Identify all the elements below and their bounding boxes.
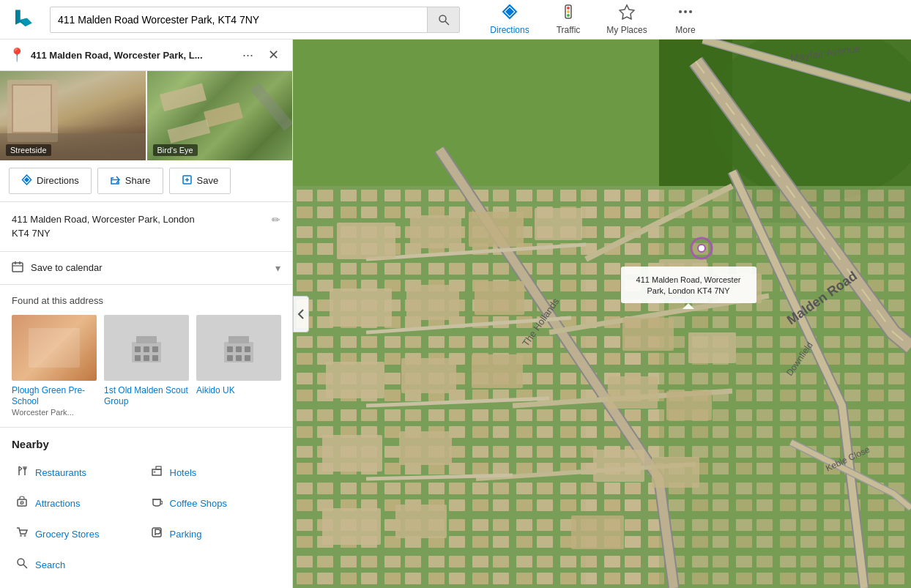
found-title: Found at this address [12, 295, 280, 306]
birds-eye-photo[interactable]: Bird's Eye [146, 71, 293, 160]
collapse-sidebar-button[interactable] [293, 296, 309, 332]
directions-button[interactable]: Directions [9, 168, 92, 194]
grocery-icon [15, 526, 29, 541]
nearby-item-hotels[interactable]: Hotels [146, 459, 281, 485]
svg-rect-97 [621, 267, 756, 303]
svg-rect-25 [135, 355, 141, 361]
location-title: 411 Malden Road, Worcester Park, L... [31, 50, 232, 61]
search-button[interactable] [427, 7, 459, 32]
found-item-name-plough-green: Plough Green Pre-School [12, 385, 97, 408]
nav-label-more: More [675, 25, 695, 35]
nearby-item-search[interactable]: Search [12, 551, 146, 578]
svg-rect-33 [227, 355, 233, 361]
sidebar: 📍 411 Malden Road, Worcester Park, L... … [0, 40, 293, 588]
directions-btn-label: Directions [37, 175, 79, 186]
found-item-old-malden[interactable]: 1st Old Malden Scout Group [104, 315, 189, 417]
nav-label-directions: Directions [490, 25, 529, 35]
nearby-item-restaurants[interactable]: Restaurants [12, 459, 146, 485]
location-close-button[interactable]: ✕ [264, 45, 283, 64]
bing-logo [0, 7, 44, 33]
svg-rect-73 [401, 358, 456, 393]
svg-point-96 [698, 245, 705, 252]
svg-rect-26 [144, 355, 149, 361]
svg-point-5 [567, 7, 570, 10]
topbar: Directions Traffic My Places More [0, 0, 911, 40]
svg-rect-69 [330, 289, 392, 327]
svg-rect-67 [469, 212, 524, 247]
svg-point-10 [689, 10, 692, 13]
svg-text:Park, London KT4 7NY: Park, London KT4 7NY [647, 286, 730, 295]
share-button[interactable]: Share [97, 168, 163, 194]
nav-item-more[interactable]: More [656, 0, 715, 40]
svg-point-49 [24, 535, 26, 537]
more-icon [677, 4, 694, 23]
nearby-attractions-label: Attractions [35, 498, 80, 509]
attractions-icon [15, 496, 29, 510]
nav-item-directions[interactable]: Directions [480, 0, 539, 40]
nearby-restaurants-label: Restaurants [35, 467, 86, 478]
svg-rect-30 [227, 346, 233, 352]
share-btn-icon [110, 174, 121, 187]
hotels-icon [149, 465, 164, 480]
svg-point-48 [20, 535, 22, 537]
svg-rect-74 [472, 354, 523, 388]
found-item-name-aikido: Aikido UK [196, 385, 235, 397]
map-area[interactable]: Malden Road The Hollands Downfield Keble… [293, 40, 911, 588]
calendar-row[interactable]: Save to calendar ▾ [0, 252, 292, 285]
svg-rect-87 [571, 516, 624, 549]
svg-point-7 [567, 14, 570, 17]
search-input[interactable] [51, 14, 427, 26]
streetside-photo[interactable]: Streetside [0, 71, 146, 160]
nearby-coffee-label: Coffee Shops [170, 498, 228, 509]
svg-rect-84 [666, 391, 712, 420]
found-item-aikido[interactable]: Aikido UK [196, 315, 281, 417]
found-item-img-aikido [196, 315, 281, 381]
search-bar [50, 7, 460, 33]
parking-icon [149, 526, 164, 541]
found-item-name-old-malden: 1st Old Malden Scout Group [104, 385, 189, 408]
nearby-item-attractions[interactable]: Attractions [12, 490, 146, 516]
found-item-sub-plough-green: Worcester Park... [12, 408, 74, 417]
location-more-button[interactable]: ··· [238, 46, 258, 64]
actions-row: Directions Share Save [0, 160, 292, 202]
svg-line-52 [23, 565, 27, 568]
svg-text:411 Malden Road, Worcester: 411 Malden Road, Worcester [636, 275, 741, 284]
svg-line-1 [445, 21, 449, 25]
nav-item-my-places[interactable]: My Places [598, 0, 656, 40]
edit-icon[interactable]: ✏ [272, 214, 280, 226]
svg-rect-32 [245, 346, 250, 352]
svg-rect-35 [245, 355, 250, 361]
svg-rect-75 [322, 435, 382, 472]
address-line2: KT4 7NY [12, 228, 51, 239]
svg-rect-27 [152, 355, 158, 361]
building-placeholder-aikido [196, 315, 281, 381]
svg-rect-29 [228, 336, 249, 343]
coffee-icon [149, 496, 164, 510]
svg-point-6 [567, 10, 570, 13]
building-placeholder-old-malden [104, 315, 189, 381]
streetside-label: Streetside [6, 144, 51, 156]
found-items: Plough Green Pre-School Worcester Park..… [12, 315, 280, 417]
save-btn-icon [182, 174, 193, 187]
nearby-parking-label: Parking [170, 529, 202, 540]
svg-rect-21 [136, 336, 157, 343]
svg-point-8 [679, 10, 682, 13]
nav-item-traffic[interactable]: Traffic [539, 0, 598, 40]
found-item-plough-green[interactable]: Plough Green Pre-School Worcester Park..… [12, 315, 97, 417]
map-roads-svg: Malden Road The Hollands Downfield Keble… [293, 40, 911, 588]
my-places-icon [619, 4, 635, 23]
nearby-grocery-label: Grocery Stores [35, 529, 99, 540]
nearby-item-grocery[interactable]: Grocery Stores [12, 521, 146, 547]
found-item-img-plough-green [12, 315, 97, 381]
traffic-icon [560, 4, 576, 23]
nearby-item-parking[interactable]: Parking [146, 521, 281, 547]
save-button[interactable]: Save [169, 168, 231, 194]
calendar-icon [12, 261, 23, 275]
nearby-item-coffee[interactable]: Coffee Shops [146, 490, 281, 516]
svg-rect-42 [156, 466, 161, 469]
birds-eye-label: Bird's Eye [153, 144, 198, 156]
directions-btn-icon [21, 174, 32, 187]
nearby-section: Nearby Restaurants Hotels [0, 428, 292, 588]
svg-rect-65 [337, 223, 395, 259]
svg-marker-12 [24, 177, 29, 182]
